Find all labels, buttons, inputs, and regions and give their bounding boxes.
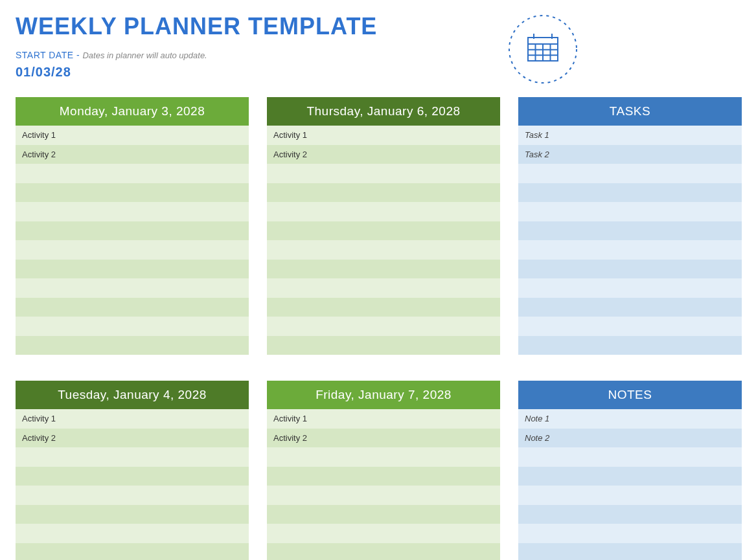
activity-row[interactable] <box>16 467 249 486</box>
activity-row[interactable] <box>16 543 249 561</box>
card-monday: Monday, January 3, 2028 Activity 1 Activ… <box>16 97 249 355</box>
card-rows-friday: Activity 1 Activity 2 <box>267 409 500 560</box>
activity-row[interactable] <box>16 202 249 221</box>
task-row[interactable] <box>518 221 742 241</box>
card-rows-tasks: Task 1 Task 2 <box>518 126 742 355</box>
card-header-thursday: Thursday, January 6, 2028 <box>267 97 500 126</box>
card-rows-monday: Activity 1 Activity 2 <box>16 126 249 355</box>
card-friday: Friday, January 7, 2028 Activity 1 Activ… <box>267 381 500 560</box>
activity-row[interactable] <box>16 336 249 355</box>
card-header-tuesday: Tuesday, January 4, 2028 <box>16 381 249 409</box>
task-row[interactable] <box>518 202 742 221</box>
activity-row[interactable]: Activity 2 <box>16 145 249 164</box>
activity-row[interactable] <box>267 486 500 505</box>
note-row[interactable] <box>518 505 742 524</box>
card-header-tasks: TASKS <box>518 97 742 126</box>
activity-row[interactable] <box>16 298 249 317</box>
header: WEEKLY PLANNER TEMPLATE START DATE - Dat… <box>16 13 729 85</box>
activity-row[interactable]: Activity 2 <box>16 429 249 448</box>
note-row[interactable]: Note 2 <box>518 429 742 448</box>
task-row[interactable] <box>518 260 742 279</box>
note-row[interactable] <box>518 543 742 561</box>
activity-row[interactable] <box>16 221 249 241</box>
card-notes: NOTES Note 1 Note 2 <box>518 381 742 560</box>
activity-row[interactable] <box>267 221 500 241</box>
task-row[interactable]: Task 1 <box>518 126 742 145</box>
planner-grid: Monday, January 3, 2028 Activity 1 Activ… <box>16 97 729 560</box>
activity-row[interactable] <box>16 505 249 524</box>
card-header-notes: NOTES <box>518 381 742 409</box>
activity-row[interactable] <box>267 543 500 561</box>
activity-row[interactable] <box>267 164 500 183</box>
task-row[interactable]: Task 2 <box>518 145 742 164</box>
activity-row[interactable] <box>267 317 500 336</box>
activity-row[interactable] <box>16 240 249 260</box>
card-header-friday: Friday, January 7, 2028 <box>267 381 500 409</box>
activity-row[interactable] <box>267 467 500 486</box>
start-date-label-line: START DATE - Dates in planner will auto … <box>16 49 377 61</box>
activity-row[interactable]: Activity 2 <box>267 429 500 448</box>
card-rows-tuesday: Activity 1 Activity 2 <box>16 409 249 560</box>
task-row[interactable] <box>518 164 742 183</box>
activity-row[interactable] <box>267 505 500 524</box>
task-row[interactable] <box>518 298 742 317</box>
activity-row[interactable]: Activity 1 <box>16 409 249 429</box>
activity-row[interactable] <box>267 240 500 260</box>
activity-row[interactable] <box>16 447 249 467</box>
activity-row[interactable] <box>267 524 500 543</box>
note-row[interactable] <box>518 447 742 467</box>
task-row[interactable] <box>518 336 742 355</box>
task-row[interactable] <box>518 317 742 336</box>
task-row[interactable] <box>518 183 742 203</box>
activity-row[interactable] <box>16 486 249 505</box>
calendar-icon <box>507 13 579 85</box>
start-date-label: START DATE - <box>16 50 82 60</box>
activity-row[interactable] <box>16 183 249 203</box>
note-row[interactable] <box>518 467 742 486</box>
activity-row[interactable] <box>267 202 500 221</box>
activity-row[interactable] <box>16 278 249 298</box>
activity-row[interactable] <box>16 164 249 183</box>
note-row[interactable] <box>518 524 742 543</box>
note-row[interactable] <box>518 486 742 505</box>
card-header-monday: Monday, January 3, 2028 <box>16 97 249 126</box>
card-rows-notes: Note 1 Note 2 <box>518 409 742 560</box>
task-row[interactable] <box>518 240 742 260</box>
card-rows-thursday: Activity 1 Activity 2 <box>267 126 500 355</box>
activity-row[interactable] <box>267 336 500 355</box>
activity-row[interactable]: Activity 1 <box>16 126 249 145</box>
activity-row[interactable] <box>267 278 500 298</box>
activity-row[interactable] <box>16 524 249 543</box>
activity-row[interactable] <box>267 183 500 203</box>
task-row[interactable] <box>518 278 742 298</box>
activity-row[interactable]: Activity 1 <box>267 409 500 429</box>
page-title: WEEKLY PLANNER TEMPLATE <box>16 13 377 40</box>
activity-row[interactable] <box>267 447 500 467</box>
start-date-hint: Dates in planner will auto update. <box>82 50 207 60</box>
activity-row[interactable] <box>267 298 500 317</box>
activity-row[interactable] <box>16 317 249 336</box>
card-thursday: Thursday, January 6, 2028 Activity 1 Act… <box>267 97 500 355</box>
card-tuesday: Tuesday, January 4, 2028 Activity 1 Acti… <box>16 381 249 560</box>
activity-row[interactable]: Activity 2 <box>267 145 500 164</box>
activity-row[interactable] <box>16 260 249 279</box>
note-row[interactable]: Note 1 <box>518 409 742 429</box>
start-date-value[interactable]: 01/03/28 <box>16 65 377 80</box>
activity-row[interactable] <box>267 260 500 279</box>
activity-row[interactable]: Activity 1 <box>267 126 500 145</box>
card-tasks: TASKS Task 1 Task 2 <box>518 97 742 355</box>
